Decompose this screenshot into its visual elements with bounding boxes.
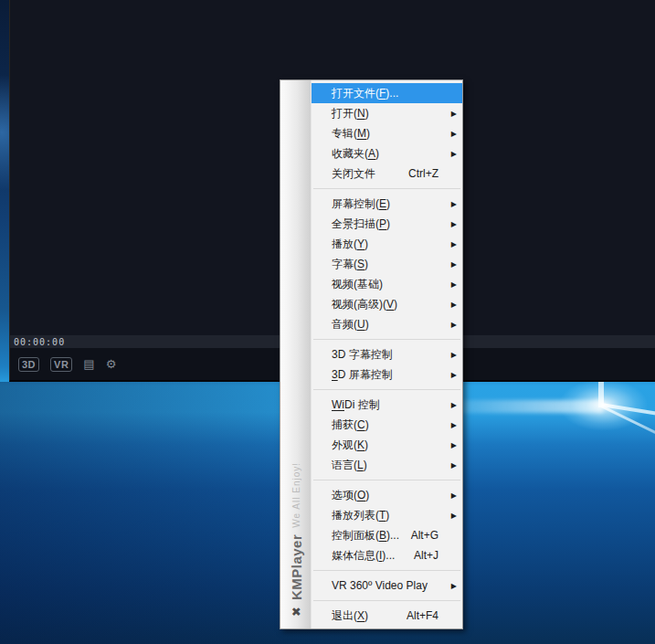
gear-icon[interactable]: ⚙ — [106, 358, 117, 371]
menu-item-label: 播放列表(T) — [332, 508, 389, 523]
menu-item-label: 字幕(S) — [332, 257, 368, 272]
menu-item-label: 收藏夹(A) — [332, 146, 379, 162]
submenu-arrow-icon: ▶ — [451, 512, 457, 520]
menu-item-label: WiDi 控制 — [332, 397, 380, 413]
menu-item-label: 3D 字幕控制 — [332, 347, 393, 363]
context-menu: ✖ KMPlayer We All Enjoy! 打开文件(F)...打开(N)… — [280, 79, 463, 629]
menu-separator — [313, 339, 460, 340]
menu-item-label: 屏幕控制(E) — [332, 196, 390, 212]
menu-separator — [313, 600, 460, 601]
menu-item-3d-subtitle-control[interactable]: 3D 字幕控制▶ — [312, 344, 462, 364]
menu-item-subtitles[interactable]: 字幕(S)▶ — [312, 254, 462, 274]
menu-item-widi-control[interactable]: WiDi 控制▶ — [312, 395, 462, 415]
menu-item-exit[interactable]: 退出(X)Alt+F4 — [312, 606, 462, 626]
menu-item-3d-screen-control[interactable]: 3D 屏幕控制▶ — [312, 364, 462, 385]
submenu-arrow-icon: ▶ — [451, 321, 457, 329]
submenu-arrow-icon: ▶ — [451, 491, 457, 500]
kmplayer-logo-icon: ✖ — [290, 607, 303, 617]
submenu-arrow-icon: ▶ — [451, 200, 457, 208]
menu-item-favorites[interactable]: 收藏夹(A)▶ — [312, 143, 462, 164]
menu-item-list: 打开文件(F)...打开(N)▶专辑(M)▶收藏夹(A)▶关闭文件Ctrl+Z屏… — [312, 80, 462, 628]
submenu-arrow-icon: ▶ — [451, 441, 457, 449]
submenu-arrow-icon: ▶ — [451, 582, 457, 590]
menu-item-label: 退出(X) — [332, 608, 368, 624]
brand-name: KMPlayer — [289, 534, 304, 600]
menu-item-close-file[interactable]: 关闭文件Ctrl+Z — [312, 164, 462, 184]
menu-item-video-basic[interactable]: 视频(基础)▶ — [312, 274, 462, 294]
menu-item-label: 3D 屏幕控制 — [332, 367, 393, 383]
menu-item-label: 播放(Y) — [332, 237, 368, 252]
menu-item-label: 捕获(C) — [332, 417, 369, 433]
playback-time: 00:00:00 — [10, 337, 65, 347]
menu-item-vr-360-video-play[interactable]: VR 360º Video Play▶ — [312, 575, 462, 596]
playlist-icon[interactable]: ▤ — [83, 358, 94, 371]
3d-mode-button[interactable]: 3D — [18, 357, 39, 372]
submenu-arrow-icon: ▶ — [451, 220, 457, 228]
submenu-arrow-icon: ▶ — [451, 301, 457, 309]
menu-item-shortcut: Alt+G — [411, 529, 438, 542]
vr-mode-button[interactable]: VR — [50, 357, 72, 372]
menu-item-playlist[interactable]: 播放列表(T)▶ — [312, 505, 462, 525]
submenu-arrow-icon: ▶ — [451, 371, 457, 379]
submenu-arrow-icon: ▶ — [451, 260, 457, 269]
submenu-arrow-icon: ▶ — [451, 421, 457, 429]
submenu-arrow-icon: ▶ — [451, 130, 457, 138]
menu-separator — [313, 480, 460, 480]
submenu-arrow-icon: ▶ — [451, 351, 457, 359]
submenu-arrow-icon: ▶ — [451, 240, 457, 248]
menu-item-control-panel[interactable]: 控制面板(B)...Alt+G — [312, 525, 462, 545]
menu-item-skins[interactable]: 外观(K)▶ — [312, 435, 462, 455]
submenu-arrow-icon: ▶ — [451, 461, 457, 470]
menu-separator — [313, 188, 460, 189]
menu-item-label: 媒体信息(I)... — [332, 548, 395, 564]
menu-item-label: VR 360º Video Play — [332, 579, 428, 592]
menu-item-pan-scan[interactable]: 全景扫描(P)▶ — [312, 214, 462, 234]
menu-item-label: 外观(K) — [332, 438, 368, 453]
submenu-arrow-icon: ▶ — [451, 110, 457, 118]
menu-item-media-info[interactable]: 媒体信息(I)...Alt+J — [312, 545, 462, 565]
menu-item-video-advanced[interactable]: 视频(高级)(V)▶ — [312, 294, 462, 314]
brand-slogan: We All Enjoy! — [291, 462, 301, 528]
menu-item-label: 控制面板(B)... — [332, 528, 399, 544]
menu-separator — [313, 570, 460, 571]
submenu-arrow-icon: ▶ — [451, 280, 457, 289]
menu-item-label: 打开(N) — [332, 106, 369, 121]
menu-brand-banner: ✖ KMPlayer We All Enjoy! — [280, 80, 312, 628]
menu-item-capture[interactable]: 捕获(C)▶ — [312, 415, 462, 435]
menu-brand-banner-text: ✖ KMPlayer We All Enjoy! — [280, 327, 312, 628]
menu-item-label: 关闭文件 — [332, 166, 375, 182]
menu-item-shortcut: Alt+J — [414, 549, 438, 562]
menu-item-label: 视频(高级)(V) — [332, 297, 397, 312]
menu-item-shortcut: Ctrl+Z — [408, 167, 438, 180]
menu-item-label: 音频(U) — [332, 317, 369, 333]
menu-item-album[interactable]: 专辑(M)▶ — [312, 123, 462, 143]
menu-item-label: 视频(基础) — [332, 277, 383, 292]
menu-item-label: 选项(O) — [332, 488, 369, 503]
menu-item-label: 专辑(M) — [332, 126, 370, 142]
menu-item-label: 打开文件(F)... — [332, 86, 398, 101]
menu-item-audio[interactable]: 音频(U)▶ — [312, 314, 462, 334]
submenu-arrow-icon: ▶ — [451, 401, 457, 409]
menu-item-language[interactable]: 语言(L)▶ — [312, 455, 462, 475]
menu-item-label: 全景扫描(P) — [332, 216, 390, 232]
menu-item-open-file[interactable]: 打开文件(F)... — [312, 83, 462, 103]
menu-item-open[interactable]: 打开(N)▶ — [312, 103, 462, 123]
submenu-arrow-icon: ▶ — [451, 150, 457, 158]
menu-item-options[interactable]: 选项(O)▶ — [312, 485, 462, 505]
menu-item-label: 语言(L) — [332, 458, 367, 473]
menu-item-shortcut: Alt+F4 — [407, 609, 438, 622]
menu-item-screen-control[interactable]: 屏幕控制(E)▶ — [312, 194, 462, 214]
menu-separator — [313, 389, 460, 390]
menu-item-play[interactable]: 播放(Y)▶ — [312, 234, 462, 254]
